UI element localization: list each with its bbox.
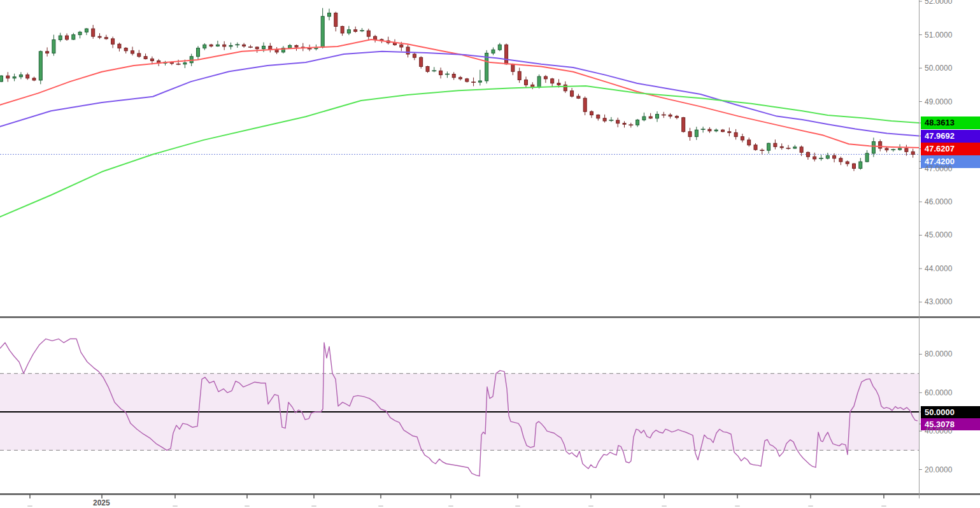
candle-down (406, 47, 409, 54)
candle-up (19, 75, 22, 77)
candle-down (124, 48, 127, 51)
candle-down (551, 79, 554, 83)
candle-up (714, 130, 718, 131)
candle-down (846, 162, 849, 164)
candle-up (78, 32, 82, 34)
candle-down (571, 91, 574, 96)
candle-up (288, 45, 292, 48)
ma-mid-line (0, 52, 919, 136)
candle-down (255, 47, 259, 49)
candle-down (505, 45, 508, 64)
candle-up (229, 45, 232, 46)
candle-down (833, 156, 836, 159)
candle-down (734, 132, 737, 136)
candle-down (688, 132, 692, 137)
candle-up (13, 77, 16, 78)
candle-down (649, 116, 652, 118)
candle-up (59, 36, 62, 39)
candle-down (616, 120, 620, 123)
candle-down (806, 152, 809, 157)
candle-down (577, 96, 580, 98)
candle-down (209, 45, 213, 46)
candle-down (839, 159, 842, 162)
candle-up (492, 50, 495, 53)
candle-down (879, 142, 882, 148)
candle-down (557, 83, 560, 85)
candle-down (354, 30, 357, 32)
candle-down (465, 79, 469, 81)
candle-up (537, 76, 541, 87)
candle-down (46, 52, 49, 53)
candle-down (780, 146, 783, 148)
candle-down (243, 45, 246, 46)
candle-up (183, 63, 187, 64)
candle-down (583, 98, 586, 111)
candle-up (39, 52, 42, 80)
candle-up (85, 29, 88, 32)
panel-separator[interactable] (0, 316, 980, 318)
candle-down (511, 64, 515, 72)
candle-down (682, 118, 685, 132)
candle-down (400, 45, 403, 47)
candle-up (826, 156, 829, 159)
candle-down (885, 148, 888, 150)
candle-down (334, 13, 337, 26)
candle-down (774, 143, 777, 146)
candlestick-series (0, 8, 914, 171)
candle-down (452, 74, 455, 78)
candle-down (118, 44, 121, 48)
candle-up (52, 39, 55, 53)
candle-up (793, 147, 797, 148)
candle-up (498, 45, 501, 50)
candle-up (0, 76, 3, 81)
candle-up (216, 45, 219, 46)
candle-up (203, 45, 206, 48)
candle-up (767, 143, 771, 150)
candle-down (92, 29, 95, 36)
candle-down (104, 38, 108, 39)
candle-up (872, 142, 875, 153)
candle-down (603, 118, 606, 121)
candle-down (131, 51, 134, 53)
candle-up (695, 130, 698, 136)
chart-canvas[interactable] (0, 0, 980, 508)
candle-down (708, 129, 711, 131)
candle-up (347, 30, 350, 33)
candle-down (439, 71, 443, 74)
time-axis-line (0, 493, 980, 495)
candle-down (911, 152, 914, 154)
candle-up (656, 114, 659, 118)
candle-down (420, 57, 423, 66)
candle-down (518, 71, 521, 80)
candle-up (262, 46, 266, 48)
candle-down (675, 116, 678, 118)
candle-up (865, 153, 869, 162)
candle-down (26, 75, 29, 78)
candle-up (197, 48, 200, 57)
candle-down (590, 111, 593, 115)
candle-down (544, 76, 547, 79)
candle-down (728, 132, 731, 133)
candle-up (636, 120, 639, 125)
candle-down (6, 76, 10, 78)
candle-down (32, 78, 36, 80)
candle-up (643, 116, 646, 120)
candle-down (669, 115, 672, 116)
candle-down (623, 123, 626, 125)
trading-chart-window: 48.3613 47.9692 47.6207 47.4200 50.0000 … (0, 0, 980, 508)
candle-down (741, 137, 744, 140)
candle-down (138, 53, 141, 57)
candle-up (321, 17, 324, 48)
candle-down (341, 26, 344, 32)
candle-down (413, 54, 416, 57)
price-chart-panel[interactable] (0, 8, 919, 217)
ma-slow-line (0, 86, 919, 217)
candle-down (754, 145, 757, 150)
candle-down (459, 78, 462, 79)
candle-down (367, 31, 370, 36)
candle-down (144, 57, 147, 59)
oscillator-panel[interactable] (0, 339, 919, 476)
candle-down (98, 36, 101, 38)
candle-down (295, 45, 298, 47)
candle-down (853, 164, 856, 168)
